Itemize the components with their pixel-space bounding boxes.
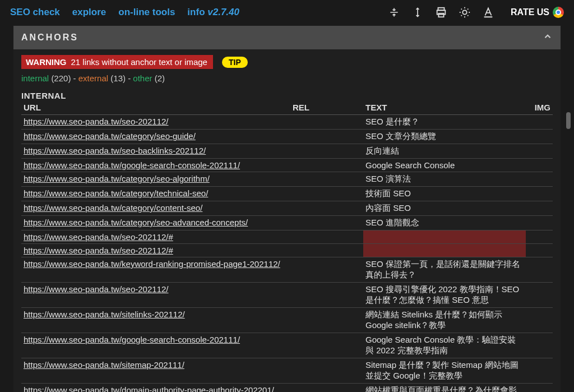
font-icon[interactable] xyxy=(482,6,495,19)
cell-url: https://www.seo-panda.tw/category/seo-al… xyxy=(21,172,290,187)
cell-img xyxy=(526,283,553,308)
cell-text: SEO 文章分類總覽 xyxy=(363,130,526,144)
cell-text xyxy=(363,244,526,257)
cell-img xyxy=(526,308,553,333)
count-other-n: (2) xyxy=(155,73,165,83)
nav-online-tools[interactable]: on-line tools xyxy=(118,7,175,18)
cell-img xyxy=(526,230,553,244)
anchor-link[interactable]: https://www.seo-panda.tw/category/seo-gu… xyxy=(24,131,196,141)
sep1: - xyxy=(73,73,78,83)
anchor-link[interactable]: https://www.seo-panda.tw/keyword-ranking… xyxy=(24,259,280,269)
anchor-link[interactable]: https://www.seo-panda.tw/seo-backlinks-2… xyxy=(24,146,206,155)
cell-text: Google Search Console 教學：驗證安裝與 2022 完整教學… xyxy=(363,333,526,358)
table-row: https://www.seo-panda.tw/keyword-ranking… xyxy=(21,257,553,283)
table-row: https://www.seo-panda.tw/domain-authorit… xyxy=(21,384,553,393)
anchors-table: URL REL TEXT IMG https://www.seo-panda.t… xyxy=(21,102,553,392)
sep2: - xyxy=(128,73,133,83)
cell-img xyxy=(526,244,553,257)
nav-info[interactable]: info xyxy=(187,7,205,17)
cell-url: https://www.seo-panda.tw/sitelinks-20211… xyxy=(21,308,290,333)
cell-url: https://www.seo-panda.tw/sitemap-202111/ xyxy=(21,358,290,384)
cell-img xyxy=(526,257,553,283)
count-other[interactable]: other xyxy=(133,73,152,83)
anchor-link[interactable]: https://www.seo-panda.tw/seo-202112/# xyxy=(24,232,173,242)
collapse-icon[interactable] xyxy=(387,6,401,19)
anchor-link[interactable]: https://www.seo-panda.tw/sitelinks-20211… xyxy=(24,310,185,319)
anchor-link[interactable]: https://www.seo-panda.tw/category/techni… xyxy=(24,188,208,198)
cell-img xyxy=(526,333,553,358)
cell-text: 技術面 SEO xyxy=(363,187,526,201)
scrollbar-thumb[interactable] xyxy=(566,112,571,129)
cell-url: https://www.seo-panda.tw/seo-202112/ xyxy=(21,283,290,308)
anchor-link[interactable]: https://www.seo-panda.tw/google-search-c… xyxy=(24,160,240,170)
cell-text: SEO 搜尋引擎優化 2022 教學指南！SEO 是什麼？怎麼做？搞懂 SEO … xyxy=(363,283,526,308)
cell-img xyxy=(526,216,553,230)
cell-url: https://www.seo-panda.tw/category/seo-ad… xyxy=(21,216,290,230)
cell-rel xyxy=(290,308,363,333)
count-external-n: (13) xyxy=(110,73,126,83)
expand-icon[interactable] xyxy=(411,6,424,19)
cell-img xyxy=(526,201,553,216)
cell-rel xyxy=(290,187,363,201)
cell-url: https://www.seo-panda.tw/seo-202112/# xyxy=(21,244,290,257)
cell-rel xyxy=(290,130,363,144)
cell-rel xyxy=(290,172,363,187)
cell-rel xyxy=(290,216,363,230)
anchor-link[interactable]: https://www.seo-panda.tw/category/conten… xyxy=(24,203,202,213)
table-row: https://www.seo-panda.tw/category/seo-al… xyxy=(21,172,553,187)
cell-img xyxy=(526,358,553,384)
panel-header[interactable]: ANCHORS xyxy=(13,26,561,49)
warning-label: WARNING xyxy=(21,55,71,69)
table-row: https://www.seo-panda.tw/seo-202112/# xyxy=(21,244,553,257)
table-row: https://www.seo-panda.tw/category/seo-gu… xyxy=(21,130,553,144)
cell-img xyxy=(526,384,553,393)
table-row: https://www.seo-panda.tw/google-search-c… xyxy=(21,159,553,172)
cell-img xyxy=(526,187,553,201)
anchor-link[interactable]: https://www.seo-panda.tw/category/seo-al… xyxy=(24,174,210,183)
anchor-link[interactable]: https://www.seo-panda.tw/seo-202112/ xyxy=(24,117,169,126)
anchors-panel: ANCHORS WARNING 21 links without anchor … xyxy=(13,26,561,392)
tip-badge[interactable]: TIP xyxy=(222,57,248,68)
cell-text: SEO 是什麼？ xyxy=(363,115,526,130)
cell-text: 內容面 SEO xyxy=(363,201,526,216)
count-external[interactable]: external xyxy=(78,73,108,83)
cell-rel xyxy=(290,358,363,384)
nav-explore[interactable]: explore xyxy=(72,7,106,18)
cell-img xyxy=(526,159,553,172)
nav-info-version[interactable]: info v2.7.40 xyxy=(187,7,239,18)
cell-url: https://www.seo-panda.tw/seo-202112/ xyxy=(21,115,290,130)
cell-url: https://www.seo-panda.tw/category/conten… xyxy=(21,201,290,216)
cell-img xyxy=(526,115,553,130)
anchor-link[interactable]: https://www.seo-panda.tw/sitemap-202111/ xyxy=(24,360,184,370)
section-internal: INTERNAL xyxy=(21,91,553,100)
version-label: v2.7.40 xyxy=(207,7,239,17)
cell-rel xyxy=(290,384,363,393)
cell-text: Google Search Console xyxy=(363,159,526,172)
anchor-link[interactable]: https://www.seo-panda.tw/google-search-c… xyxy=(24,335,240,344)
cell-text: Sitemap 是什麼？製作 Sitemap 網站地圖並提交 Google！完整… xyxy=(363,358,526,384)
theme-icon[interactable] xyxy=(458,6,471,19)
nav-links: SEO check explore on-line tools info v2.… xyxy=(10,7,239,18)
cell-url: https://www.seo-panda.tw/category/seo-gu… xyxy=(21,130,290,144)
anchor-link[interactable]: https://www.seo-panda.tw/domain-authorit… xyxy=(24,385,274,392)
table-row: https://www.seo-panda.tw/category/conten… xyxy=(21,201,553,216)
anchor-link[interactable]: https://www.seo-panda.tw/category/seo-ad… xyxy=(24,218,248,227)
nav-seo-check[interactable]: SEO check xyxy=(10,7,60,18)
table-row: https://www.seo-panda.tw/google-search-c… xyxy=(21,333,553,358)
anchor-link[interactable]: https://www.seo-panda.tw/seo-202112/ xyxy=(24,284,169,294)
anchor-link[interactable]: https://www.seo-panda.tw/seo-202112/# xyxy=(24,246,173,255)
cell-rel xyxy=(290,257,363,283)
th-url: URL xyxy=(21,102,290,115)
cell-text: SEO 進階觀念 xyxy=(363,216,526,230)
warning-line: WARNING 21 links without anchor text or … xyxy=(21,55,553,69)
warning-text: 21 links without anchor text or image xyxy=(71,55,213,69)
rate-us[interactable]: RATE US xyxy=(511,7,564,18)
svg-point-3 xyxy=(462,10,466,14)
toolbar-icons: RATE US xyxy=(387,6,564,19)
cell-rel xyxy=(290,201,363,216)
warning-badge: WARNING 21 links without anchor text or … xyxy=(21,55,213,69)
count-internal[interactable]: internal xyxy=(21,73,49,83)
cell-img xyxy=(526,144,553,159)
print-icon[interactable] xyxy=(434,6,448,19)
table-row: https://www.seo-panda.tw/category/techni… xyxy=(21,187,553,201)
